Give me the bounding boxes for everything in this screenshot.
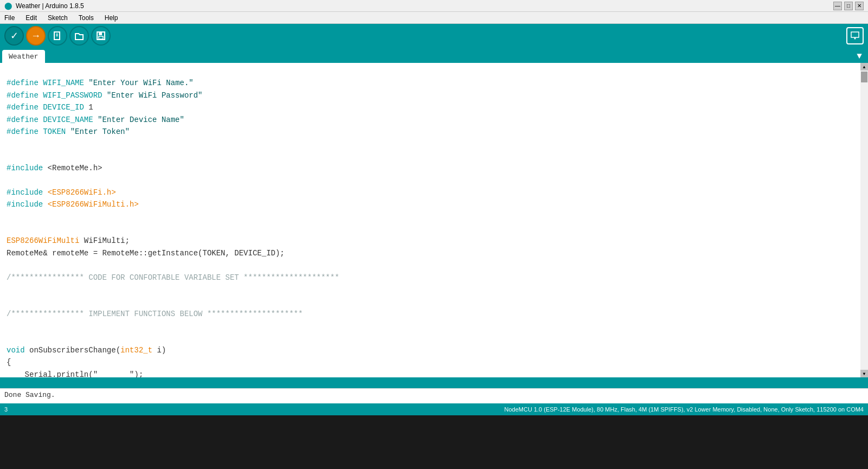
taskbar — [0, 415, 868, 431]
scroll-up-arrow[interactable]: ▲ — [860, 63, 868, 70]
maximize-button[interactable]: □ — [844, 2, 853, 10]
menu-tools[interactable]: Tools — [76, 13, 96, 23]
scroll-down-arrow[interactable]: ▼ — [860, 370, 868, 377]
output-text: Done Saving. — [4, 391, 55, 399]
app-title: Weather | Arduino 1.8.5 — [16, 2, 84, 10]
new-button[interactable] — [48, 26, 67, 46]
menu-bar: File Edit Sketch Tools Help — [0, 12, 868, 24]
title-bar-buttons: — □ ✕ — [833, 2, 864, 10]
tab-collapse-button[interactable]: ▼ — [853, 50, 866, 63]
status-divider — [0, 377, 868, 388]
open-button[interactable] — [69, 26, 89, 46]
svg-rect-5 — [99, 36, 103, 39]
bottom-bar: 3 NodeMCU 1.0 (ESP-12E Module), 80 MHz, … — [0, 403, 868, 415]
serial-monitor-icon — [851, 31, 859, 40]
menu-file[interactable]: File — [2, 13, 17, 23]
minimize-button[interactable]: — — [833, 2, 842, 10]
app-icon: ⬤ — [4, 2, 12, 10]
output-area: Done Saving. — [0, 388, 868, 403]
title-bar: ⬤ Weather | Arduino 1.8.5 — □ ✕ — [0, 0, 868, 12]
tab-bar: Weather ▼ — [0, 48, 868, 63]
tab-weather-label: Weather — [9, 53, 39, 61]
title-bar-left: ⬤ Weather | Arduino 1.8.5 — [4, 2, 84, 10]
close-button[interactable]: ✕ — [855, 2, 864, 10]
editor-content[interactable]: #define WIFI_NAME "Enter Your WiFi Name.… — [0, 63, 860, 377]
tab-weather[interactable]: Weather — [2, 50, 45, 63]
save-button[interactable] — [91, 26, 111, 46]
serial-monitor-button[interactable] — [846, 27, 864, 44]
menu-edit[interactable]: Edit — [23, 13, 39, 23]
editor-wrapper: #define WIFI_NAME "Enter Your WiFi Name.… — [0, 63, 868, 377]
toolbar-right — [846, 27, 864, 44]
verify-button[interactable]: ✓ — [4, 26, 24, 46]
svg-rect-6 — [851, 32, 859, 37]
toolbar: ✓ → — [0, 24, 868, 48]
upload-button[interactable]: → — [26, 26, 46, 46]
svg-rect-4 — [99, 32, 102, 35]
open-icon — [74, 31, 84, 41]
new-icon — [53, 31, 62, 41]
line-number: 3 — [4, 406, 8, 413]
board-info: NodeMCU 1.0 (ESP-12E Module), 80 MHz, Fl… — [505, 406, 864, 413]
menu-sketch[interactable]: Sketch — [46, 13, 70, 23]
save-icon — [96, 31, 106, 41]
chevron-down-icon: ▼ — [857, 52, 862, 61]
vertical-scrollbar[interactable]: ▲ ▼ — [860, 63, 868, 377]
menu-help[interactable]: Help — [103, 13, 120, 23]
scroll-thumb[interactable] — [861, 72, 867, 82]
